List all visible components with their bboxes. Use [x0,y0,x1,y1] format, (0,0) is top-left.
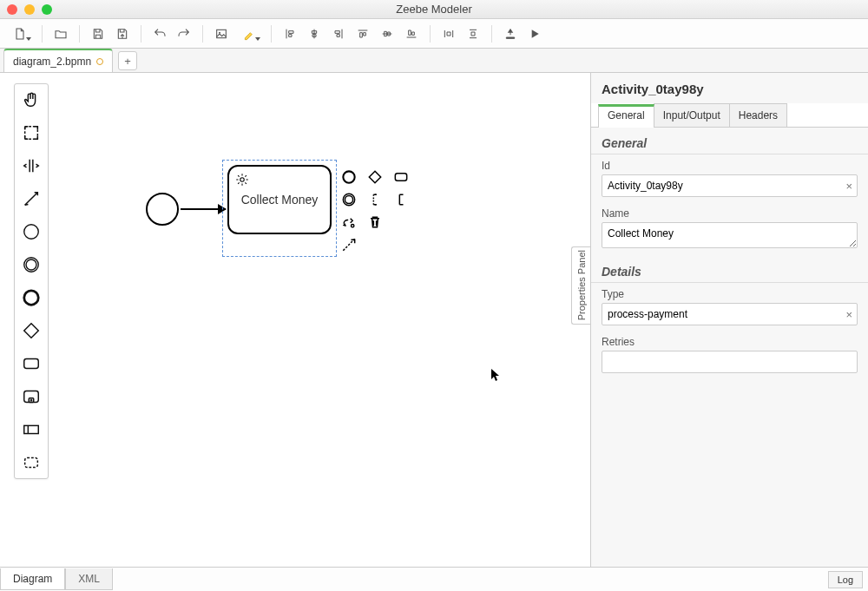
retries-field-label: Retries [602,336,858,348]
subprocess-tool[interactable] [21,386,42,407]
bottom-tab-diagram[interactable]: Diagram [0,568,65,590]
align-top-button[interactable] [353,24,372,43]
deploy-button[interactable] [501,24,520,43]
sequence-flow[interactable] [181,208,226,210]
annotation-button[interactable] [365,189,385,210]
window-titlebar: Zeebe Modeler [0,0,868,19]
save-as-button[interactable] [113,24,132,43]
bottom-bar: Diagram XML Log [0,567,868,591]
type-clear-button[interactable]: × [845,308,852,321]
context-pad [339,167,415,255]
retries-field-input[interactable] [602,351,858,373]
svg-rect-2 [25,127,38,140]
log-toggle-button[interactable]: Log [828,571,863,588]
file-tab-active[interactable]: diagram_2.bpmn [3,49,113,72]
hand-tool[interactable] [21,89,42,110]
svg-point-5 [26,259,36,270]
svg-rect-0 [217,30,227,37]
name-field-input[interactable] [602,222,858,248]
properties-group-details: Details [591,256,868,283]
align-center-v-button[interactable] [378,24,397,43]
svg-rect-7 [24,359,39,369]
window-zoom-button[interactable] [42,4,52,15]
id-field-input[interactable] [602,174,858,197]
properties-panel: Activity_0tay98y General Input/Output He… [590,73,868,567]
lasso-tool[interactable] [21,122,42,143]
type-field-label: Type [602,288,858,300]
properties-panel-toggle-label: Properties Panel [576,250,587,320]
svg-rect-14 [395,174,406,181]
task-label: Collect Money [241,193,319,207]
run-button[interactable] [525,24,544,43]
distribute-v-button[interactable] [464,24,483,43]
window-close-button[interactable] [7,4,17,15]
connect-button[interactable] [339,234,359,255]
id-clear-button[interactable]: × [845,180,852,193]
main-toolbar [0,19,868,49]
append-gateway-button[interactable] [365,167,385,187]
svg-point-3 [24,225,39,240]
change-type-button[interactable] [339,212,359,233]
svg-point-13 [343,171,354,182]
distribute-h-button[interactable] [439,24,458,43]
add-tab-button[interactable]: + [118,51,137,70]
type-field-input[interactable] [602,303,858,325]
mouse-cursor-icon [490,368,501,384]
pool-tool[interactable] [21,419,42,440]
svg-rect-11 [25,458,38,468]
color-picker-button[interactable] [236,24,262,43]
append-end-event-button[interactable] [339,167,359,187]
intermediate-event-tool[interactable] [21,254,42,275]
start-event-tool[interactable] [21,221,42,242]
space-tool[interactable] [21,155,42,176]
align-right-button[interactable] [329,24,348,43]
properties-tab-general[interactable]: General [598,104,654,128]
align-center-h-button[interactable] [305,24,324,43]
file-dirty-indicator-icon [96,58,103,65]
gateway-tool[interactable] [21,320,42,341]
task-tool[interactable] [21,353,42,374]
start-event-node[interactable] [146,193,179,226]
group-tool[interactable] [21,452,42,473]
align-bottom-button[interactable] [402,24,421,43]
new-file-button[interactable] [7,24,33,43]
svg-point-17 [352,225,354,227]
global-connect-tool[interactable] [21,188,42,209]
save-button[interactable] [89,24,108,43]
text-annotation-button[interactable] [391,189,411,210]
svg-rect-10 [24,425,39,433]
service-task-gear-icon [234,172,250,190]
delete-button[interactable] [365,212,385,233]
svg-point-12 [240,178,245,182]
image-export-button[interactable] [212,24,231,43]
properties-tabs: General Input/Output Headers [591,103,868,128]
svg-point-16 [345,195,352,203]
open-file-button[interactable] [51,24,70,43]
redo-button[interactable] [174,24,194,43]
editor-area: Collect Money Activity_0tay98y General I… [0,73,868,567]
element-palette [14,83,49,479]
properties-element-title: Activity_0tay98y [602,82,858,96]
properties-tab-input-output[interactable]: Input/Output [654,103,730,127]
bottom-tab-xml[interactable]: XML [65,568,113,590]
properties-tab-headers[interactable]: Headers [729,103,787,127]
file-tabs: diagram_2.bpmn + [0,49,868,73]
properties-panel-toggle[interactable]: Properties Panel [571,246,590,325]
window-title: Zeebe Modeler [396,3,471,16]
svg-point-6 [24,291,39,305]
service-task-node[interactable]: Collect Money [227,165,332,234]
undo-button[interactable] [150,24,169,43]
append-intermediate-event-button[interactable] [339,189,359,210]
name-field-label: Name [602,207,858,220]
window-minimize-button[interactable] [24,4,35,15]
file-tab-label: diagram_2.bpmn [13,56,91,68]
properties-group-general: General [591,128,868,154]
id-field-label: Id [602,160,858,172]
append-task-button[interactable] [391,167,411,187]
align-left-button[interactable] [280,24,299,43]
end-event-tool[interactable] [21,287,42,308]
